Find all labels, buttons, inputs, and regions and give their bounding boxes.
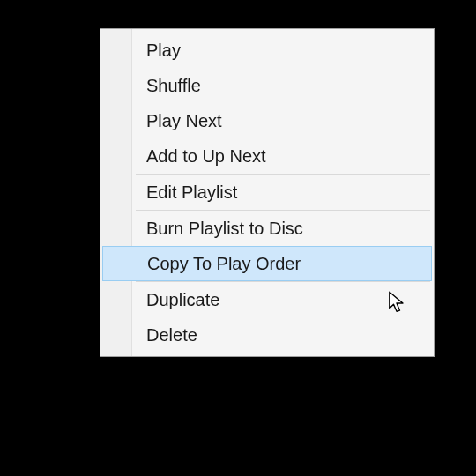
menu-item-label: Add to Up Next — [146, 146, 266, 166]
menu-item-label: Play Next — [146, 111, 222, 130]
menu-item-duplicate[interactable]: Duplicate — [100, 282, 434, 317]
menu-item-shuffle[interactable]: Shuffle — [100, 68, 434, 103]
menu-item-add-to-up-next[interactable]: Add to Up Next — [100, 138, 434, 174]
menu-item-burn-playlist-to-disc[interactable]: Burn Playlist to Disc — [100, 211, 434, 246]
menu-item-label: Burn Playlist to Disc — [146, 219, 303, 238]
menu-item-label: Edit Playlist — [146, 182, 237, 202]
menu-item-delete[interactable]: Delete — [100, 317, 434, 353]
menu-item-edit-playlist[interactable]: Edit Playlist — [100, 175, 434, 210]
menu-item-label: Play — [146, 41, 181, 60]
menu-item-label: Delete — [146, 325, 197, 345]
menu-item-label: Copy To Play Order — [147, 254, 301, 273]
menu-item-copy-to-play-order[interactable]: Copy To Play Order — [102, 246, 432, 281]
menu-item-play-next[interactable]: Play Next — [100, 103, 434, 138]
menu-list: Play Shuffle Play Next Add to Up Next Ed… — [100, 29, 434, 356]
menu-item-play[interactable]: Play — [100, 33, 434, 68]
menu-item-label: Duplicate — [146, 290, 219, 309]
context-menu: Play Shuffle Play Next Add to Up Next Ed… — [100, 28, 435, 357]
menu-item-label: Shuffle — [146, 76, 201, 95]
